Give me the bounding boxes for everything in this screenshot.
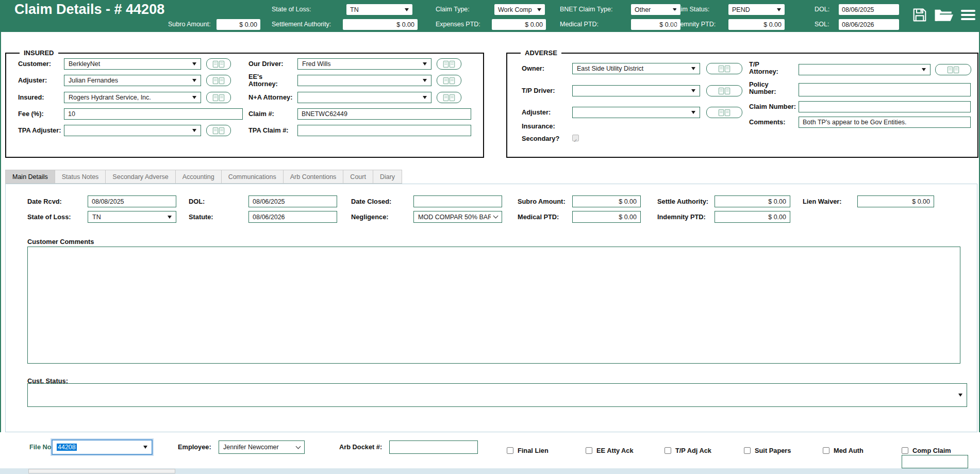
na-attorney-dropdown[interactable]: [297, 92, 431, 103]
menu-button[interactable]: [961, 10, 975, 20]
adverse-adjuster-dropdown[interactable]: [572, 107, 700, 118]
tab-status-notes[interactable]: Status Notes: [55, 170, 106, 184]
chevron-down-icon: [537, 8, 541, 11]
customer-dropdown[interactable]: BerkleyNet: [64, 58, 201, 70]
secondary-checkbox[interactable]: [572, 135, 579, 141]
tpa-adjuster-dropdown[interactable]: [64, 125, 201, 136]
tab-accounting[interactable]: Accounting: [175, 170, 222, 184]
tpa-claim-no-input[interactable]: [297, 125, 471, 136]
lien-waiver-input[interactable]: [857, 195, 934, 207]
horizontal-scrollbar[interactable]: [0, 468, 980, 474]
claim-type-select[interactable]: Work Comp: [494, 4, 545, 15]
settlement-authority-input[interactable]: [343, 19, 418, 30]
owner-dropdown[interactable]: East Side Utility District: [572, 63, 700, 74]
med-auth-label: Med Auth: [834, 447, 863, 454]
cust-status-dropdown[interactable]: [27, 383, 967, 407]
adjuster-lookup-button[interactable]: [206, 75, 231, 86]
statute-input[interactable]: [248, 211, 337, 223]
tab-court[interactable]: Court: [343, 170, 373, 184]
date-closed-input[interactable]: [413, 195, 502, 207]
settlement-authority-label: Settlement Authority:: [272, 19, 331, 30]
menu-bar-icon: [961, 14, 975, 16]
fee-input[interactable]: [64, 108, 243, 120]
md-medical-ptd-input[interactable]: [572, 211, 641, 223]
md-subro-input[interactable]: [572, 195, 641, 207]
book-icon: [212, 127, 225, 135]
tp-attorney-lookup-button[interactable]: [935, 64, 971, 75]
claim-status-label: Claim Status:: [671, 4, 709, 15]
tab-diary[interactable]: Diary: [373, 170, 402, 184]
na-attorney-label: N+A Attorney:: [248, 92, 292, 103]
tp-driver-dropdown[interactable]: [572, 85, 700, 96]
open-folder-button[interactable]: [934, 8, 954, 25]
insured-legend: INSURED: [20, 49, 58, 57]
adverse-comments-label: Comments:: [749, 117, 785, 128]
policy-number-input[interactable]: [799, 83, 971, 96]
ee-attorney-lookup-button[interactable]: [437, 75, 461, 86]
tpa-adjuster-lookup-button[interactable]: [206, 125, 231, 136]
insured-dropdown[interactable]: Rogers Hydrant Service, Inc.: [64, 92, 201, 103]
md-state-of-loss-select[interactable]: TN: [88, 211, 176, 223]
subro-amount-input[interactable]: [217, 19, 260, 30]
book-icon: [212, 77, 225, 85]
settle-authority-input[interactable]: [715, 195, 790, 207]
our-driver-lookup-button[interactable]: [437, 58, 461, 70]
horizontal-scrollbar-thumb[interactable]: [28, 469, 175, 473]
adverse-comments-input[interactable]: [799, 117, 971, 128]
adjuster-dropdown[interactable]: Julian Fernandes: [64, 75, 201, 86]
book-icon: [718, 65, 730, 73]
tp-attorney-dropdown[interactable]: [799, 64, 931, 75]
md-indemnity-ptd-input[interactable]: [715, 211, 790, 223]
chevron-down-icon: [405, 8, 409, 11]
claim-no-label: Claim #:: [248, 108, 274, 120]
our-driver-label: Our Driver:: [248, 58, 284, 70]
sol-input[interactable]: [839, 19, 899, 30]
customer-comments-textarea[interactable]: [27, 247, 960, 364]
fee-label: Fee (%):: [18, 108, 44, 120]
customer-lookup-button[interactable]: [206, 58, 231, 70]
negligence-select[interactable]: MOD COMPAR 50% BAR: [413, 211, 502, 223]
final-lien-label: Final Lien: [518, 447, 549, 454]
claim-status-select[interactable]: PEND: [728, 4, 785, 15]
tab-main-details[interactable]: Main Details: [5, 170, 55, 184]
tab-arb-contentions[interactable]: Arb Contentions: [283, 170, 344, 184]
final-lien-checkbox[interactable]: [507, 447, 513, 454]
tp-adj-ack-checkbox[interactable]: [665, 447, 671, 454]
claim-no-input[interactable]: [297, 108, 471, 120]
state-of-loss-select[interactable]: TN: [346, 4, 412, 15]
our-driver-dropdown[interactable]: Fred Wills: [297, 58, 431, 70]
chevron-down-icon: [493, 214, 499, 219]
med-auth-checkbox[interactable]: [823, 447, 829, 454]
employee-select[interactable]: Jennifer Newcomer: [219, 440, 305, 454]
save-button[interactable]: [911, 7, 928, 25]
tp-driver-label: T/P Driver:: [522, 85, 555, 96]
date-rcvd-input[interactable]: [88, 195, 176, 207]
arb-docket-input[interactable]: [389, 440, 478, 454]
book-icon: [443, 77, 455, 85]
ee-attorney-dropdown[interactable]: [297, 75, 431, 86]
chevron-down-icon: [922, 68, 926, 71]
tpa-claim-no-label: TPA Claim #:: [248, 125, 289, 136]
tpa-adjuster-label: TPA Adjuster:: [18, 125, 61, 136]
adverse-fieldset: ADVERSE Owner: East Side Utility Distric…: [506, 53, 978, 158]
comp-claim-extra-input[interactable]: [902, 455, 968, 468]
policy-number-label: Policy Number:: [749, 81, 785, 95]
suit-papers-checkbox[interactable]: [744, 447, 751, 454]
insured-lookup-button[interactable]: [206, 92, 231, 103]
tab-secondary-adverse[interactable]: Secondary Adverse: [105, 170, 175, 184]
tab-communications[interactable]: Communications: [221, 170, 284, 184]
indemnity-ptd-input[interactable]: [728, 19, 785, 30]
tp-driver-lookup-button[interactable]: [706, 85, 742, 96]
md-dol-input[interactable]: [248, 195, 337, 207]
expenses-ptd-input[interactable]: [492, 19, 546, 30]
ee-atty-ack-checkbox[interactable]: [586, 447, 592, 454]
folder-open-icon: [934, 8, 954, 23]
dol-input[interactable]: [839, 4, 899, 15]
comp-claim-checkbox[interactable]: [902, 447, 908, 454]
file-no-combobox[interactable]: 44208: [52, 439, 153, 455]
owner-lookup-button[interactable]: [706, 63, 742, 74]
na-attorney-lookup-button[interactable]: [437, 92, 461, 103]
chevron-down-icon: [423, 96, 427, 99]
adverse-claim-number-input[interactable]: [799, 101, 971, 112]
adverse-adjuster-lookup-button[interactable]: [706, 107, 742, 118]
